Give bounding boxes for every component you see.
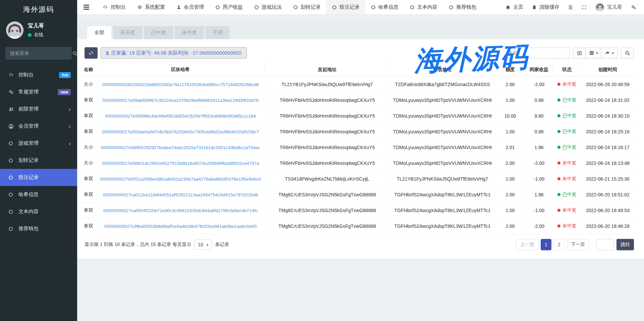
- block-hash-link[interactable]: 00000000027e593ae0a047c6c5b57b253b00c730…: [102, 129, 259, 134]
- cell-amount: 2.00: [495, 187, 526, 202]
- sidebar-item-权限管理[interactable]: 权限管理‹: [0, 101, 77, 118]
- block-hash-link[interactable]: 00000000027e58905282927bc8ea7dadc2015a73…: [101, 145, 260, 150]
- sidebar-item-推荐钱包[interactable]: 推荐钱包: [0, 220, 77, 237]
- nav-item-划转记录[interactable]: 划转记录: [287, 0, 326, 14]
- page-size-select[interactable]: 10 ▴: [194, 240, 212, 250]
- cell-block-hash: 00000000027ca012ee1184f44051af91ff22113a…: [97, 187, 264, 202]
- block-hash-link[interactable]: 00000000027d0051a250be3d81a6e52a230b7aa4…: [100, 177, 261, 182]
- block-hash-link[interactable]: 000000000280150d21bd6502593e7fa127810036…: [102, 82, 259, 87]
- table-row: 单双00000000027e5999f6c4dcf4fef0818d554292…: [80, 108, 634, 124]
- cell-block-hash: 00000000027e593ae0a047c6c5b57b253b00c730…: [97, 124, 264, 139]
- nav-item-哈希信息[interactable]: 哈希信息: [365, 0, 404, 14]
- file-icon: [568, 5, 573, 10]
- nav-item-文本内容[interactable]: 文本内容: [404, 0, 443, 14]
- cell-status: 已中奖: [552, 139, 581, 155]
- status-dot-icon: [557, 146, 560, 149]
- cell-status: 已中奖: [552, 187, 581, 202]
- clear-cache-label: 清除缓存: [539, 4, 559, 10]
- fullscreen-button[interactable]: [577, 0, 591, 14]
- column-header: 接收地址: [390, 63, 495, 76]
- nav-item-控制台[interactable]: 控制台: [97, 0, 131, 14]
- settings-button[interactable]: [627, 0, 641, 14]
- page-button-1[interactable]: 1: [541, 239, 551, 250]
- cell-name: 单双: [80, 108, 97, 124]
- sidebar-item-文本内容[interactable]: 文本内容: [0, 203, 77, 220]
- jump-page-input[interactable]: [596, 239, 614, 250]
- circle-icon: [8, 158, 15, 163]
- cell-status: 未中奖: [552, 218, 581, 234]
- export-button[interactable]: ▾: [601, 48, 618, 59]
- status-badge: 已中奖: [557, 129, 577, 135]
- cell-status: 未中奖: [552, 155, 581, 171]
- gears-icon: [631, 5, 636, 10]
- sidebar-item-label: 常规管理: [18, 89, 39, 95]
- block-hash-link[interactable]: 00000000027e59abf08967c3022dca2370b29edf…: [102, 98, 259, 103]
- circle-icon: [332, 5, 337, 10]
- nav-item-用户收益[interactable]: 用户收益: [210, 0, 249, 14]
- topbar: 控制台系统配置会员管理用户收益游戏玩法划转记录投注记录哈希信息文本内容推荐钱包 …: [77, 0, 644, 15]
- cell-name: 单双: [80, 187, 97, 202]
- cell-amount: 10.00: [495, 108, 526, 124]
- tab-未开奖[interactable]: 未开奖: [113, 26, 142, 39]
- block-hash-link[interactable]: 00000000027e5999f6c4dcf4fef0818d5542920b…: [105, 114, 256, 119]
- detail-view-button[interactable]: [573, 48, 586, 59]
- cell-to-address: TDMoLyuuwys3SpHtDTpoVVUWNVUsvXCRHt: [390, 155, 495, 171]
- records-table-wrap: 名称区块哈希发起地址接收地址额度闲家收益状态创建时间 大小00000000028…: [80, 63, 634, 234]
- search-toggle-button[interactable]: [621, 48, 634, 59]
- sidebar-item-控制台[interactable]: 控制台hot: [0, 66, 77, 83]
- export-icon: [605, 51, 610, 55]
- nav-item-投注记录[interactable]: 投注记录: [326, 0, 365, 14]
- sidebar-item-会员管理[interactable]: 会员管理‹: [0, 118, 77, 135]
- sidebar-item-label: 游戏管理: [18, 140, 39, 146]
- sidebar-item-哈希信息[interactable]: 哈希信息: [0, 186, 77, 203]
- tab-全部[interactable]: 全部: [87, 26, 111, 39]
- tab-已中奖[interactable]: 已中奖: [144, 26, 173, 39]
- table-row: 大小00000000027e58601dc2692e5527915b6b18c6…: [80, 155, 634, 171]
- search-icon[interactable]: [72, 51, 77, 56]
- page-button-2[interactable]: 2: [554, 239, 565, 250]
- tab-平局[interactable]: 平局: [206, 26, 230, 39]
- changelog-button[interactable]: [564, 0, 577, 14]
- cell-name: 单双: [80, 124, 97, 139]
- cell-created-time: 2022-06-20 18:49:53: [581, 202, 634, 218]
- status-dot-icon: [557, 209, 560, 212]
- cell-created-time: 2022-06-24 18:31:02: [581, 92, 634, 108]
- sidebar-item-常规管理[interactable]: 常规管理new: [0, 83, 77, 101]
- app-logo: 海外源码: [0, 0, 77, 19]
- prev-page-button[interactable]: 上一页: [516, 239, 538, 250]
- next-page-button[interactable]: 下一页: [567, 239, 589, 250]
- table-row: 单双00000000027ca0004f220b71e30c3c49815335…: [80, 202, 634, 218]
- block-hash-link[interactable]: 00000000027ca0004f220b71e30c3c49815335dc…: [103, 208, 258, 213]
- columns-button[interactable]: ▾: [586, 48, 602, 59]
- cell-created-time: 2022-06-28 20:48:59: [581, 76, 634, 92]
- table-row: 大小000000000280150d21bd6502593e7fa1278100…: [80, 76, 634, 92]
- cell-amount: 2.00: [495, 155, 526, 171]
- nav-item-游戏玩法[interactable]: 游戏玩法: [249, 0, 287, 14]
- sidebar-item-投注记录[interactable]: 投注记录: [0, 169, 77, 186]
- status-label: 已中奖: [562, 144, 577, 150]
- cell-profit: -2.00: [526, 76, 552, 92]
- block-hash-link[interactable]: 00000000027ca012ee1184f44051af91ff22113a…: [103, 192, 258, 197]
- status-badge: 已中奖: [557, 144, 577, 150]
- tab-未中奖[interactable]: 未中奖: [175, 26, 204, 39]
- table-search-input[interactable]: [504, 48, 570, 59]
- clear-cache-button[interactable]: 清除缓存: [528, 0, 564, 14]
- user-menu[interactable]: 宝儿哥: [591, 0, 627, 14]
- sidebar-search-input[interactable]: [10, 51, 72, 56]
- dashboard-icon: [8, 72, 15, 77]
- nav-item-系统配置[interactable]: 系统配置: [131, 0, 171, 14]
- user-panel: 宝儿哥 在线: [0, 19, 77, 43]
- refresh-button[interactable]: [85, 47, 98, 59]
- nav-item-推荐钱包[interactable]: 推荐钱包: [443, 0, 482, 14]
- block-hash-link[interactable]: 00000000027e58601dc2692e5527915b6b18c607…: [102, 161, 259, 166]
- home-button[interactable]: 主页: [501, 0, 528, 14]
- cell-status: 已中奖: [552, 124, 581, 139]
- cell-status: 未中奖: [552, 202, 581, 218]
- jump-button[interactable]: 跳转: [616, 239, 634, 250]
- menu-toggle-button[interactable]: [77, 0, 96, 14]
- nav-item-会员管理[interactable]: 会员管理: [171, 0, 210, 14]
- sidebar-item-游戏管理[interactable]: 游戏管理‹: [0, 135, 77, 152]
- sidebar-item-划转记录[interactable]: 划转记录: [0, 152, 77, 169]
- badge-hot: hot: [59, 72, 71, 78]
- block-hash-link[interactable]: 00000000027c9fba05918bfb96aff1e0a4b28b47…: [104, 224, 257, 229]
